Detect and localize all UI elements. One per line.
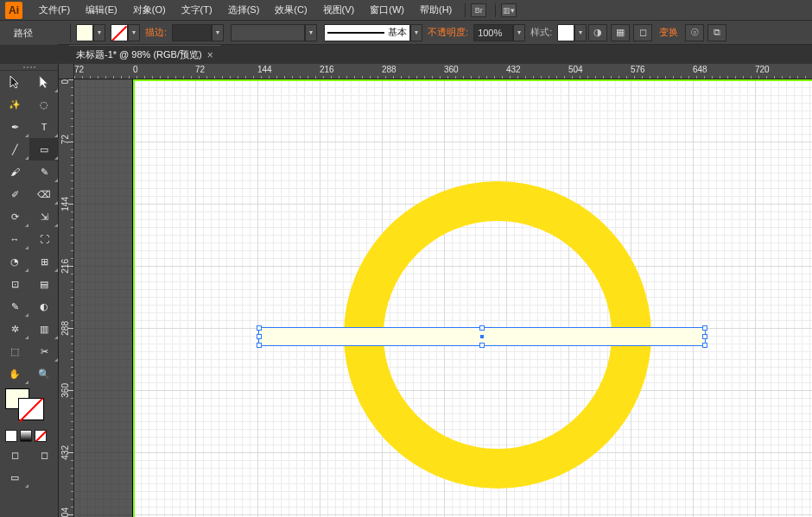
- slice-tool[interactable]: ✂: [29, 340, 59, 363]
- draw-mode-behind[interactable]: ◻: [29, 444, 59, 466]
- selection-handle[interactable]: [257, 325, 262, 331]
- menu-object[interactable]: 对象(O): [126, 1, 173, 19]
- free-transform-tool[interactable]: ⛶: [29, 228, 59, 250]
- type-tool[interactable]: T: [29, 116, 59, 138]
- scale-tool[interactable]: ⇲: [29, 205, 59, 228]
- close-tab-icon[interactable]: ×: [207, 49, 213, 61]
- brush-definition[interactable]: 基本: [324, 24, 410, 41]
- panel-drag-handle[interactable]: [0, 64, 58, 71]
- workspace: 72072144216288360432504576648720 0721442…: [59, 64, 812, 517]
- selection-handle[interactable]: [702, 334, 707, 339]
- menu-window[interactable]: 窗口(W): [363, 1, 411, 19]
- pen-tool[interactable]: ✒: [0, 116, 29, 138]
- selection-handle[interactable]: [702, 343, 707, 348]
- pencil-tool[interactable]: ✎: [29, 161, 59, 183]
- stroke-swatch[interactable]: [111, 24, 128, 41]
- opacity-label: 不透明度:: [428, 26, 468, 39]
- blend-tool[interactable]: ◐: [29, 295, 59, 318]
- eyedropper-tool[interactable]: ✎: [0, 295, 29, 318]
- artboard-tool[interactable]: ⬚: [0, 340, 29, 363]
- stroke-color-icon[interactable]: [19, 399, 43, 419]
- rotate-tool[interactable]: ⟳: [0, 205, 29, 228]
- stroke-width-input[interactable]: [172, 24, 212, 41]
- bridge-icon[interactable]: Br: [471, 3, 486, 17]
- color-mode-icon[interactable]: [5, 430, 17, 442]
- ruler-tick-label: 72: [195, 65, 205, 74]
- app-logo-icon: Ai: [5, 2, 22, 19]
- column-graph-tool[interactable]: ▥: [29, 318, 59, 340]
- tools-panel: ✨ ◌ ✒ T ╱ ▭ 🖌 ✎ ✐ ⌫ ⟳ ⇲ ↔ ⛶ ◔ ⊞ ⊡ ▤ ✎ ◐ …: [0, 64, 59, 517]
- opacity-input[interactable]: [473, 24, 513, 41]
- variable-width-dropdown[interactable]: ▾: [305, 24, 317, 41]
- menu-bar: Ai 文件(F) 编辑(E) 对象(O) 文字(T) 选择(S) 效果(C) 视…: [0, 0, 812, 21]
- vertical-ruler[interactable]: 072144216288360432504: [59, 79, 74, 517]
- none-mode-icon[interactable]: [35, 430, 47, 442]
- recolor-artwork-icon[interactable]: ◑: [588, 24, 607, 41]
- mesh-tool[interactable]: ⊡: [0, 273, 29, 295]
- align-panel-icon[interactable]: ▦: [611, 24, 630, 41]
- direct-selection-tool[interactable]: [29, 71, 59, 93]
- variable-width-profile[interactable]: [231, 24, 305, 41]
- selection-handle[interactable]: [479, 343, 485, 348]
- ruler-tick-label: 72: [74, 65, 84, 74]
- selection-center: [480, 335, 484, 338]
- canvas-area[interactable]: [74, 79, 812, 517]
- isolate-icon[interactable]: ⦾: [685, 24, 704, 41]
- fill-dropdown[interactable]: ▾: [93, 24, 105, 41]
- gradient-tool[interactable]: ▤: [29, 273, 59, 295]
- ruler-tick-label: 648: [693, 65, 707, 74]
- stroke-width-dropdown[interactable]: ▾: [212, 24, 224, 41]
- width-tool[interactable]: ↔: [0, 228, 29, 250]
- menu-select[interactable]: 选择(S): [221, 1, 267, 19]
- shape-builder-tool[interactable]: ◔: [0, 250, 29, 273]
- selected-rectangle[interactable]: [258, 327, 706, 346]
- hand-tool[interactable]: ✋: [0, 363, 29, 385]
- ruler-origin[interactable]: [59, 64, 74, 79]
- menu-effect[interactable]: 效果(C): [268, 1, 314, 19]
- opacity-dropdown[interactable]: ▾: [513, 24, 525, 41]
- transform-label[interactable]: 变换: [659, 26, 678, 39]
- stroke-label: 描边:: [145, 26, 167, 39]
- graphic-style-swatch[interactable]: [557, 24, 574, 41]
- screen-mode-button[interactable]: ▭: [0, 466, 29, 489]
- draw-mode-normal[interactable]: ◻: [0, 444, 29, 466]
- fill-stroke-control[interactable]: [0, 385, 58, 428]
- horizontal-ruler[interactable]: 72072144216288360432504576648720: [74, 64, 812, 79]
- ruler-tick-label: 504: [60, 508, 70, 517]
- graphic-style-dropdown[interactable]: ▾: [574, 24, 587, 41]
- selection-handle[interactable]: [479, 325, 485, 331]
- perspective-grid-tool[interactable]: ⊞: [29, 250, 59, 273]
- menu-type[interactable]: 文字(T): [174, 1, 219, 19]
- eraser-tool[interactable]: ⌫: [29, 183, 59, 205]
- document-tab[interactable]: 未标题-1* @ 98% (RGB/预览) ×: [69, 45, 220, 64]
- selection-handle[interactable]: [257, 343, 262, 348]
- menu-edit[interactable]: 编辑(E): [79, 1, 124, 19]
- ruler-tick-label: 576: [631, 65, 645, 74]
- selection-tool[interactable]: [0, 71, 29, 93]
- brush-dropdown[interactable]: ▾: [410, 24, 422, 41]
- blob-brush-tool[interactable]: ✐: [0, 183, 29, 205]
- line-segment-tool[interactable]: ╱: [0, 138, 29, 161]
- spacer: [29, 466, 59, 489]
- guide-left: [133, 79, 135, 517]
- gradient-mode-icon[interactable]: [20, 430, 32, 442]
- ruler-tick-label: 504: [568, 65, 583, 74]
- shape-panel-icon[interactable]: ◻: [633, 24, 652, 41]
- symbol-sprayer-tool[interactable]: ✲: [0, 318, 29, 340]
- paintbrush-tool[interactable]: 🖌: [0, 161, 29, 183]
- workspace-switcher-icon[interactable]: ▥▾: [501, 3, 517, 17]
- selection-handle[interactable]: [702, 325, 707, 331]
- zoom-tool[interactable]: 🔍: [29, 363, 59, 385]
- lasso-tool[interactable]: ◌: [29, 93, 59, 116]
- stroke-dropdown[interactable]: ▾: [128, 24, 140, 41]
- fill-swatch[interactable]: [76, 24, 93, 41]
- edit-inside-icon[interactable]: ⧉: [707, 24, 726, 41]
- ruler-tick-label: 0: [133, 65, 138, 74]
- selection-handle[interactable]: [257, 334, 262, 339]
- rectangle-tool[interactable]: ▭: [29, 138, 59, 161]
- menu-view[interactable]: 视图(V): [316, 1, 362, 19]
- menu-file[interactable]: 文件(F): [32, 1, 77, 19]
- magic-wand-tool[interactable]: ✨: [0, 93, 29, 116]
- separator: [495, 3, 496, 17]
- menu-help[interactable]: 帮助(H): [413, 1, 459, 19]
